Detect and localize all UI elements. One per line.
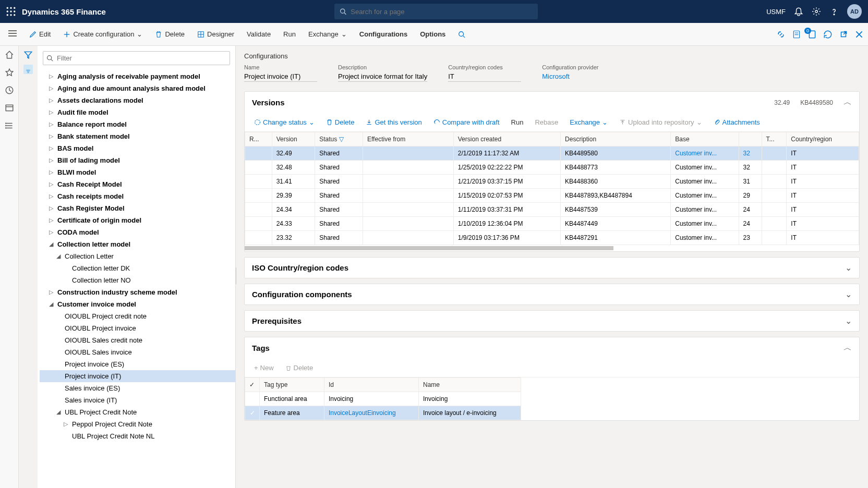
col-version[interactable]: Version — [272, 132, 315, 147]
caret-icon[interactable]: ▷ — [49, 217, 54, 224]
search-input[interactable] — [351, 8, 533, 16]
col-t[interactable]: T... — [762, 132, 787, 147]
caret-icon[interactable]: ▷ — [49, 205, 54, 212]
table-row[interactable]: Functional areaInvoicingInvoicing — [245, 392, 521, 406]
splitter-handle[interactable] — [236, 267, 236, 285]
tree-filter-input[interactable] — [43, 51, 230, 65]
table-row[interactable]: 29.39Shared1/15/2019 02:07:53 PMKB448789… — [245, 189, 859, 203]
tree-item[interactable]: OIOUBL Project credit note — [40, 310, 235, 322]
tree-item[interactable]: ▷Cash receipts model — [40, 190, 235, 202]
delete-version-button[interactable]: Delete — [322, 116, 359, 128]
tree-item[interactable]: ▷Aging and due amount analysis shared mo… — [40, 82, 235, 94]
caret-icon[interactable]: ◢ — [49, 241, 54, 248]
refresh-icon[interactable] — [823, 30, 833, 39]
col-tag-type[interactable]: Tag type — [260, 378, 324, 392]
search-command[interactable] — [454, 28, 469, 41]
exchange-version-button[interactable]: Exchange ⌄ — [565, 116, 612, 128]
tree-item[interactable]: OIOUBL Sales invoice — [40, 346, 235, 358]
configurations-tab[interactable]: Configurations — [355, 27, 412, 41]
get-version-button[interactable]: Get this version — [361, 116, 426, 128]
tree-item[interactable]: UBL Project Credit Note NL — [40, 430, 235, 442]
col-effective[interactable]: Effective from — [363, 132, 454, 147]
iso-header[interactable]: ISO Country/region codes ⌄ — [245, 258, 859, 278]
designer-button[interactable]: Designer — [193, 27, 238, 41]
caret-icon[interactable]: ▷ — [49, 121, 54, 128]
name-value[interactable]: Project invoice (IT) — [244, 71, 317, 82]
tree-item[interactable]: ◢Collection Letter — [40, 250, 235, 262]
tree-item[interactable]: ▷Peppol Project Credit Note — [40, 418, 235, 430]
change-status-button[interactable]: Change status ⌄ — [250, 116, 319, 128]
caret-icon[interactable]: ▷ — [49, 289, 54, 296]
tree-item[interactable]: ◢UBL Project Credit Note — [40, 406, 235, 418]
validate-button[interactable]: Validate — [243, 27, 275, 41]
col-desc[interactable]: Description — [561, 132, 671, 147]
list-filter-icon[interactable] — [23, 65, 33, 74]
recent-icon[interactable] — [5, 86, 14, 95]
caret-icon[interactable]: ▷ — [49, 85, 54, 92]
notification-icon[interactable] — [794, 7, 803, 16]
avatar[interactable]: AD — [847, 4, 862, 19]
create-config-button[interactable]: Create configuration ⌄ — [59, 27, 147, 41]
caret-icon[interactable]: ▷ — [49, 157, 54, 164]
tree-item[interactable]: ▷Aging analysis of receivable payment mo… — [40, 70, 235, 82]
col-created[interactable]: Version created — [453, 132, 560, 147]
attachments-button[interactable]: Attachments — [709, 116, 764, 128]
caret-icon[interactable]: ▷ — [49, 193, 54, 200]
check-cell[interactable]: ✓ — [245, 406, 260, 420]
table-row[interactable]: 32.49Shared2/1/2019 11:17:32 AMKB4489580… — [245, 147, 859, 161]
tree-item[interactable]: Sales invoice (ES) — [40, 382, 235, 394]
prereq-header[interactable]: Prerequisites ⌄ — [245, 311, 859, 331]
tree-item[interactable]: ▷Assets declarations model — [40, 94, 235, 106]
cell-tag-id[interactable]: InvoiceLayoutEinvoicing — [324, 406, 418, 420]
table-row[interactable]: 32.48Shared1/25/2019 02:22:22 PMKB448877… — [245, 161, 859, 175]
cell-baselink[interactable]: 32 — [739, 147, 762, 161]
col-tag-id[interactable]: Id — [324, 378, 418, 392]
caret-icon[interactable]: ▷ — [49, 109, 54, 116]
tree-item[interactable]: ▷Audit file model — [40, 106, 235, 118]
table-row[interactable]: 24.33Shared1/10/2019 12:36:04 PMKB448744… — [245, 217, 859, 231]
tree-item[interactable]: OIOUBL Sales credit note — [40, 334, 235, 346]
components-header[interactable]: Configuration components ⌄ — [245, 284, 859, 304]
cell-base[interactable]: Customer inv... — [671, 147, 739, 161]
caret-icon[interactable]: ▷ — [64, 421, 69, 428]
tree-item[interactable]: ▷Construction industry scheme model — [40, 286, 235, 298]
attachment-count-icon[interactable]: 0 — [807, 30, 817, 39]
tree-item[interactable]: ▷BAS model — [40, 142, 235, 154]
app-launcher-icon[interactable] — [6, 7, 16, 16]
caret-icon[interactable]: ◢ — [56, 409, 62, 416]
modules-icon[interactable] — [5, 121, 14, 130]
tree-item[interactable]: ▷BLWI model — [40, 166, 235, 178]
caret-icon[interactable]: ▷ — [49, 97, 54, 104]
delete-button[interactable]: Delete — [151, 27, 189, 41]
tree-item[interactable]: Collection letter DK — [40, 262, 235, 274]
close-icon[interactable] — [854, 30, 864, 39]
options-tab[interactable]: Options — [416, 27, 450, 41]
company-code[interactable]: USMF — [766, 8, 786, 16]
table-row[interactable]: 23.32Shared1/9/2019 03:17:36 PMKB4487291… — [245, 231, 859, 245]
tree-item[interactable]: ◢Collection letter model — [40, 238, 235, 250]
table-row[interactable]: 24.34Shared1/11/2019 03:37:31 PMKB448753… — [245, 203, 859, 217]
exchange-button[interactable]: Exchange ⌄ — [304, 27, 351, 41]
tree-item[interactable]: ▷Cash Register Model — [40, 202, 235, 214]
tree-item[interactable]: ▷Balance report model — [40, 118, 235, 130]
edit-button[interactable]: Edit — [25, 27, 55, 41]
horizontal-scrollbar[interactable] — [245, 246, 859, 250]
tree-item[interactable]: ▷Bank statement model — [40, 130, 235, 142]
tree-item[interactable]: ▷Cash Receipt Model — [40, 178, 235, 190]
global-search[interactable] — [334, 4, 538, 19]
link-icon[interactable] — [776, 30, 786, 39]
gear-icon[interactable] — [812, 7, 821, 16]
country-value[interactable]: IT — [448, 71, 521, 82]
workspace-icon[interactable] — [5, 103, 14, 113]
caret-icon[interactable]: ▷ — [49, 229, 54, 236]
table-row[interactable]: ✓Feature areaInvoiceLayoutEinvoicingInvo… — [245, 406, 521, 420]
caret-icon[interactable]: ▷ — [49, 181, 54, 188]
tree-item[interactable]: Project invoice (IT) — [40, 370, 235, 382]
tree-item[interactable]: Collection letter NO — [40, 274, 235, 286]
col-r[interactable]: R... — [245, 132, 272, 147]
tree-item[interactable]: ▷CODA model — [40, 226, 235, 238]
tree-item[interactable]: ▷Bill of lading model — [40, 154, 235, 166]
desc-value[interactable]: Project invoice format for Italy — [338, 71, 427, 82]
col-country[interactable]: Country/region — [787, 132, 859, 147]
check-cell[interactable] — [245, 392, 260, 406]
